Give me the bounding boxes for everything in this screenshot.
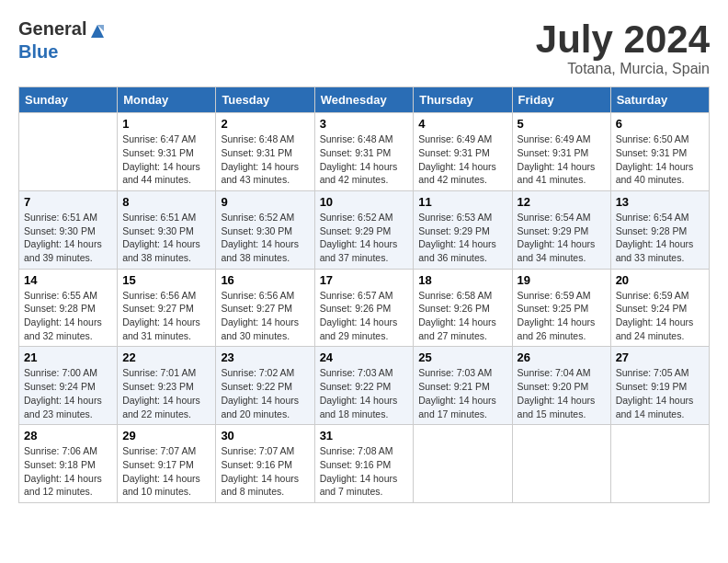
day-number: 2 [221, 117, 309, 131]
day-info: Sunrise: 6:50 AMSunset: 9:31 PMDaylight:… [616, 132, 704, 187]
day-number: 17 [320, 273, 409, 287]
weekday-header: Sunday [19, 87, 118, 113]
calendar-cell: 7Sunrise: 6:51 AMSunset: 9:30 PMDaylight… [19, 190, 118, 269]
calendar-week-row: 21Sunrise: 7:00 AMSunset: 9:24 PMDayligh… [19, 347, 710, 425]
calendar-cell: 11Sunrise: 6:53 AMSunset: 9:29 PMDayligh… [414, 190, 512, 269]
day-info: Sunrise: 6:49 AMSunset: 9:31 PMDaylight:… [518, 132, 606, 187]
day-info: Sunrise: 6:56 AMSunset: 9:27 PMDaylight:… [122, 289, 210, 343]
page-header: General Blue July 2024 Totana, Murcia, S… [18, 18, 710, 77]
logo-general: General [18, 18, 86, 39]
calendar-cell: 3Sunrise: 6:48 AMSunset: 9:31 PMDaylight… [314, 113, 414, 191]
day-info: Sunrise: 7:00 AMSunset: 9:24 PMDaylight:… [24, 366, 112, 420]
calendar-cell [610, 425, 709, 503]
day-info: Sunrise: 7:05 AMSunset: 9:19 PMDaylight:… [616, 366, 704, 420]
day-number: 31 [320, 429, 409, 442]
calendar-week-row: 28Sunrise: 7:06 AMSunset: 9:18 PMDayligh… [19, 425, 710, 503]
day-info: Sunrise: 7:02 AMSunset: 9:22 PMDaylight:… [221, 366, 309, 420]
day-number: 16 [221, 273, 309, 287]
day-number: 1 [122, 117, 210, 131]
day-number: 14 [24, 273, 112, 287]
calendar-cell [414, 425, 512, 503]
location-title: Totana, Murcia, Spain [536, 61, 710, 77]
day-number: 30 [221, 429, 309, 442]
day-number: 28 [24, 429, 112, 442]
calendar-cell: 28Sunrise: 7:06 AMSunset: 9:18 PMDayligh… [19, 425, 118, 503]
day-info: Sunrise: 6:48 AMSunset: 9:31 PMDaylight:… [221, 132, 309, 187]
day-number: 19 [518, 273, 606, 287]
calendar-cell [512, 425, 610, 503]
calendar-week-row: 14Sunrise: 6:55 AMSunset: 9:28 PMDayligh… [19, 269, 710, 347]
calendar-cell: 26Sunrise: 7:04 AMSunset: 9:20 PMDayligh… [512, 347, 610, 425]
day-number: 4 [418, 117, 506, 131]
calendar-cell: 22Sunrise: 7:01 AMSunset: 9:23 PMDayligh… [118, 347, 216, 425]
calendar-cell: 31Sunrise: 7:08 AMSunset: 9:16 PMDayligh… [314, 425, 414, 503]
day-info: Sunrise: 6:57 AMSunset: 9:26 PMDaylight:… [320, 289, 409, 343]
calendar-week-row: 7Sunrise: 6:51 AMSunset: 9:30 PMDaylight… [19, 190, 710, 269]
logo-text: General Blue [18, 18, 108, 63]
calendar-cell: 14Sunrise: 6:55 AMSunset: 9:28 PMDayligh… [19, 269, 118, 347]
day-number: 29 [122, 429, 210, 442]
day-info: Sunrise: 7:08 AMSunset: 9:16 PMDaylight:… [320, 444, 409, 499]
logo: General Blue [18, 18, 108, 63]
day-number: 3 [320, 117, 409, 131]
day-info: Sunrise: 7:07 AMSunset: 9:16 PMDaylight:… [221, 444, 309, 499]
weekday-header: Saturday [610, 87, 709, 113]
weekday-header: Tuesday [216, 87, 314, 113]
calendar-table: SundayMondayTuesdayWednesdayThursdayFrid… [18, 86, 710, 503]
calendar-cell: 4Sunrise: 6:49 AMSunset: 9:31 PMDaylight… [414, 113, 512, 191]
day-info: Sunrise: 7:03 AMSunset: 9:22 PMDaylight:… [320, 366, 409, 420]
calendar-cell: 21Sunrise: 7:00 AMSunset: 9:24 PMDayligh… [19, 347, 118, 425]
day-number: 23 [221, 350, 309, 364]
day-info: Sunrise: 6:54 AMSunset: 9:29 PMDaylight:… [518, 211, 606, 265]
calendar-cell: 2Sunrise: 6:48 AMSunset: 9:31 PMDaylight… [216, 113, 314, 191]
day-number: 11 [418, 195, 506, 209]
weekday-header: Monday [118, 87, 216, 113]
calendar-cell: 17Sunrise: 6:57 AMSunset: 9:26 PMDayligh… [314, 269, 414, 347]
calendar-cell: 30Sunrise: 7:07 AMSunset: 9:16 PMDayligh… [216, 425, 314, 503]
weekday-header-row: SundayMondayTuesdayWednesdayThursdayFrid… [19, 87, 710, 113]
logo-blue: Blue [18, 41, 58, 62]
calendar-cell: 23Sunrise: 7:02 AMSunset: 9:22 PMDayligh… [216, 347, 314, 425]
day-number: 12 [518, 195, 606, 209]
day-number: 5 [518, 117, 606, 131]
day-info: Sunrise: 6:58 AMSunset: 9:26 PMDaylight:… [418, 289, 506, 343]
day-info: Sunrise: 6:53 AMSunset: 9:29 PMDaylight:… [418, 211, 506, 265]
title-block: July 2024 Totana, Murcia, Spain [536, 18, 710, 77]
day-info: Sunrise: 7:03 AMSunset: 9:21 PMDaylight:… [418, 366, 506, 420]
calendar-cell: 27Sunrise: 7:05 AMSunset: 9:19 PMDayligh… [610, 347, 709, 425]
day-info: Sunrise: 6:55 AMSunset: 9:28 PMDaylight:… [24, 289, 112, 343]
day-info: Sunrise: 6:56 AMSunset: 9:27 PMDaylight:… [221, 289, 309, 343]
logo-icon [87, 21, 108, 41]
day-number: 13 [616, 195, 704, 209]
calendar-cell: 19Sunrise: 6:59 AMSunset: 9:25 PMDayligh… [512, 269, 610, 347]
weekday-header: Friday [512, 87, 610, 113]
calendar-cell: 25Sunrise: 7:03 AMSunset: 9:21 PMDayligh… [414, 347, 512, 425]
calendar-cell: 15Sunrise: 6:56 AMSunset: 9:27 PMDayligh… [118, 269, 216, 347]
day-number: 20 [616, 273, 704, 287]
day-number: 18 [418, 273, 506, 287]
day-number: 25 [418, 350, 506, 364]
day-number: 15 [122, 273, 210, 287]
calendar-cell: 1Sunrise: 6:47 AMSunset: 9:31 PMDaylight… [118, 113, 216, 191]
day-info: Sunrise: 7:06 AMSunset: 9:18 PMDaylight:… [24, 444, 112, 499]
calendar-cell: 13Sunrise: 6:54 AMSunset: 9:28 PMDayligh… [610, 190, 709, 269]
day-info: Sunrise: 6:52 AMSunset: 9:30 PMDaylight:… [221, 211, 309, 265]
weekday-header: Thursday [414, 87, 512, 113]
day-number: 10 [320, 195, 409, 209]
day-info: Sunrise: 6:49 AMSunset: 9:31 PMDaylight:… [418, 132, 506, 187]
calendar-cell: 5Sunrise: 6:49 AMSunset: 9:31 PMDaylight… [512, 113, 610, 191]
weekday-header: Wednesday [314, 87, 414, 113]
calendar-cell [19, 113, 118, 191]
month-title: July 2024 [536, 18, 710, 61]
calendar-cell: 24Sunrise: 7:03 AMSunset: 9:22 PMDayligh… [314, 347, 414, 425]
calendar-cell: 6Sunrise: 6:50 AMSunset: 9:31 PMDaylight… [610, 113, 709, 191]
calendar-cell: 29Sunrise: 7:07 AMSunset: 9:17 PMDayligh… [118, 425, 216, 503]
day-info: Sunrise: 6:52 AMSunset: 9:29 PMDaylight:… [320, 211, 409, 265]
day-info: Sunrise: 6:51 AMSunset: 9:30 PMDaylight:… [122, 211, 210, 265]
calendar-cell: 16Sunrise: 6:56 AMSunset: 9:27 PMDayligh… [216, 269, 314, 347]
day-number: 21 [24, 350, 112, 364]
calendar-cell: 12Sunrise: 6:54 AMSunset: 9:29 PMDayligh… [512, 190, 610, 269]
calendar-cell: 9Sunrise: 6:52 AMSunset: 9:30 PMDaylight… [216, 190, 314, 269]
calendar-cell: 18Sunrise: 6:58 AMSunset: 9:26 PMDayligh… [414, 269, 512, 347]
calendar-cell: 20Sunrise: 6:59 AMSunset: 9:24 PMDayligh… [610, 269, 709, 347]
